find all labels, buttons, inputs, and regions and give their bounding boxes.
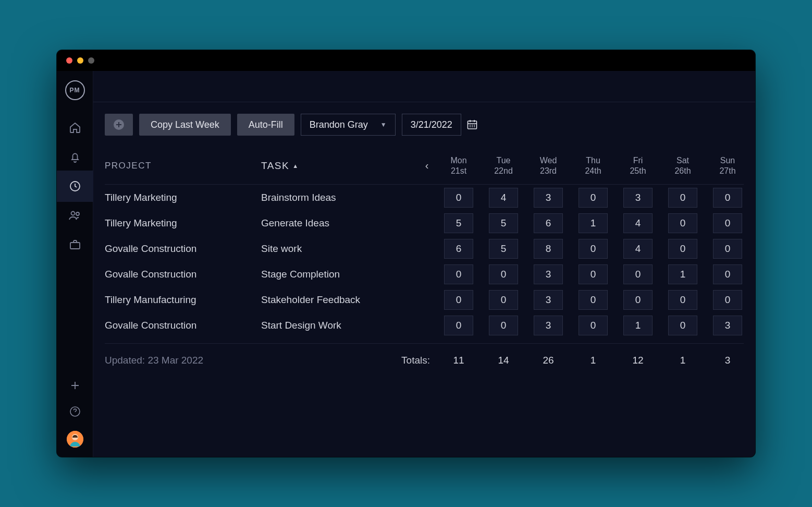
hours-cell[interactable]: 3 (534, 264, 563, 284)
hours-cell[interactable]: 0 (713, 264, 742, 284)
day-header: Fri25th (616, 155, 660, 176)
day-header: Sat26th (660, 155, 705, 176)
total-cell: 11 (436, 355, 481, 366)
chevron-down-icon: ▼ (380, 121, 387, 128)
auto-fill-button[interactable]: Auto-Fill (237, 114, 294, 136)
maximize-dot[interactable] (88, 57, 94, 64)
titlebar (57, 50, 755, 71)
plus-icon[interactable] (68, 379, 82, 392)
project-cell: Tillery Marketing (105, 218, 261, 229)
hours-cell[interactable]: 0 (713, 239, 742, 259)
sidebar: PM (57, 71, 93, 457)
hours-cell[interactable]: 4 (623, 213, 653, 233)
toolbar: Copy Last Week Auto-Fill Brandon Gray ▼ … (93, 102, 755, 147)
app-logo[interactable]: PM (65, 80, 85, 100)
day-header: Thu24th (571, 155, 616, 176)
calendar-icon[interactable] (465, 118, 479, 131)
day-header: Sun27th (705, 155, 750, 176)
table-row: Tillery MarketingGenerate Ideas5561400 (105, 210, 744, 236)
hours-cell[interactable]: 0 (668, 213, 697, 233)
hours-cell[interactable]: 5 (444, 213, 473, 233)
hours-cell[interactable]: 3 (534, 188, 563, 208)
briefcase-icon[interactable] (68, 238, 82, 251)
hours-cell[interactable]: 6 (444, 239, 473, 259)
header-task[interactable]: TASK ▲ (261, 160, 417, 172)
task-cell: Stage Completion (261, 269, 417, 280)
main-content: Copy Last Week Auto-Fill Brandon Gray ▼ … (93, 71, 755, 457)
task-cell: Start Design Work (261, 320, 417, 331)
table-row: Govalle ConstructionStage Completion0030… (105, 261, 744, 287)
hours-cell[interactable]: 0 (489, 264, 518, 284)
table-row: Tillery ManufacturingStakeholder Feedbac… (105, 287, 744, 312)
hours-cell[interactable]: 0 (713, 188, 742, 208)
minimize-dot[interactable] (77, 57, 83, 64)
hours-cell[interactable]: 1 (668, 264, 697, 284)
project-cell: Tillery Marketing (105, 192, 261, 203)
hours-cell[interactable]: 3 (534, 290, 563, 310)
user-select-value: Brandon Gray (310, 119, 368, 130)
hours-cell[interactable]: 0 (668, 188, 697, 208)
hours-cell[interactable]: 0 (444, 316, 473, 335)
hours-cell[interactable]: 3 (534, 316, 563, 335)
svg-rect-3 (70, 243, 80, 249)
hours-cell[interactable]: 0 (623, 290, 653, 310)
hours-cell[interactable]: 0 (579, 316, 608, 335)
hours-cell[interactable]: 0 (579, 264, 608, 284)
hours-cell[interactable]: 0 (668, 290, 697, 310)
hours-cell[interactable]: 4 (489, 188, 518, 208)
hours-cell[interactable]: 5 (489, 239, 518, 259)
hours-cell[interactable]: 3 (713, 316, 742, 335)
user-avatar[interactable] (67, 431, 83, 448)
hours-cell[interactable]: 0 (489, 316, 518, 335)
hours-cell[interactable]: 5 (489, 213, 518, 233)
task-cell: Site work (261, 243, 417, 255)
week-date-input[interactable]: 3/21/2022 (402, 114, 461, 136)
hours-cell[interactable]: 0 (623, 264, 653, 284)
hours-cell[interactable]: 0 (579, 290, 608, 310)
hours-cell[interactable]: 0 (713, 290, 742, 310)
help-icon[interactable] (68, 405, 82, 418)
hours-cell[interactable]: 0 (713, 213, 742, 233)
hours-cell[interactable]: 1 (579, 213, 608, 233)
project-cell: Govalle Construction (105, 269, 261, 280)
svg-point-2 (76, 212, 79, 215)
hours-cell[interactable]: 0 (579, 188, 608, 208)
close-dot[interactable] (66, 57, 72, 64)
hours-cell[interactable]: 0 (668, 316, 697, 335)
home-icon[interactable] (68, 121, 82, 135)
hours-cell[interactable]: 1 (623, 316, 653, 335)
totals-label: Totals: (261, 355, 436, 366)
updated-text: Updated: 23 Mar 2022 (105, 355, 261, 366)
table-footer: Updated: 23 Mar 2022 Totals: 11142611213 (105, 343, 744, 377)
svg-point-1 (71, 212, 75, 215)
add-row-button[interactable] (105, 114, 133, 136)
hours-cell[interactable]: 0 (668, 239, 697, 259)
project-cell: Tillery Manufacturing (105, 294, 261, 306)
prev-week-button[interactable]: ‹ (417, 160, 436, 172)
total-cell: 14 (481, 355, 526, 366)
hours-cell[interactable]: 8 (534, 239, 563, 259)
hours-cell[interactable]: 4 (623, 239, 653, 259)
task-cell: Brainstorm Ideas (261, 192, 417, 203)
hours-cell[interactable]: 0 (444, 290, 473, 310)
project-cell: Govalle Construction (105, 320, 261, 331)
bell-icon[interactable] (68, 150, 82, 164)
hours-cell[interactable]: 0 (444, 264, 473, 284)
total-cell: 12 (616, 355, 660, 366)
sort-asc-icon: ▲ (292, 163, 299, 169)
timesheet-icon[interactable] (57, 171, 93, 202)
header-task-label: TASK (261, 160, 289, 172)
hours-cell[interactable]: 6 (534, 213, 563, 233)
people-icon[interactable] (68, 209, 82, 222)
window-controls (66, 57, 94, 64)
header-project: PROJECT (105, 161, 261, 171)
hours-cell[interactable]: 0 (444, 188, 473, 208)
day-header: Wed23rd (526, 155, 571, 176)
copy-last-week-button[interactable]: Copy Last Week (139, 114, 231, 136)
user-select[interactable]: Brandon Gray ▼ (301, 114, 396, 136)
hours-cell[interactable]: 3 (623, 188, 653, 208)
hours-cell[interactable]: 0 (489, 290, 518, 310)
total-cell: 3 (705, 355, 750, 366)
table-row: Govalle ConstructionStart Design Work003… (105, 312, 744, 338)
hours-cell[interactable]: 0 (579, 239, 608, 259)
